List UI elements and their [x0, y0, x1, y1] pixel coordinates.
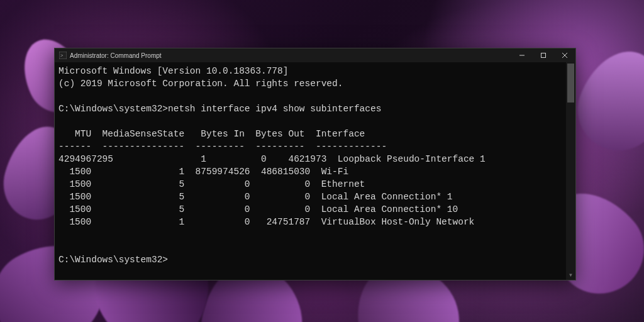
minimize-button[interactable] — [511, 48, 533, 62]
svg-rect-3 — [541, 53, 546, 58]
command-prompt-window: > Administrator: Command Prompt Microsof… — [54, 48, 576, 280]
close-button[interactable] — [554, 48, 575, 62]
cmd-icon: > — [58, 51, 67, 60]
window-title: Administrator: Command Prompt — [70, 52, 162, 59]
titlebar[interactable]: > Administrator: Command Prompt — [55, 48, 575, 62]
terminal-output[interactable]: Microsoft Windows [Version 10.0.18363.77… — [55, 62, 566, 280]
vertical-scrollbar[interactable]: ▲ ▼ — [566, 62, 575, 280]
svg-text:>: > — [60, 53, 64, 58]
scroll-down-icon[interactable]: ▼ — [566, 270, 575, 280]
client-area: Microsoft Windows [Version 10.0.18363.77… — [55, 62, 575, 280]
scrollbar-thumb[interactable] — [567, 64, 574, 103]
maximize-button[interactable] — [533, 48, 554, 62]
